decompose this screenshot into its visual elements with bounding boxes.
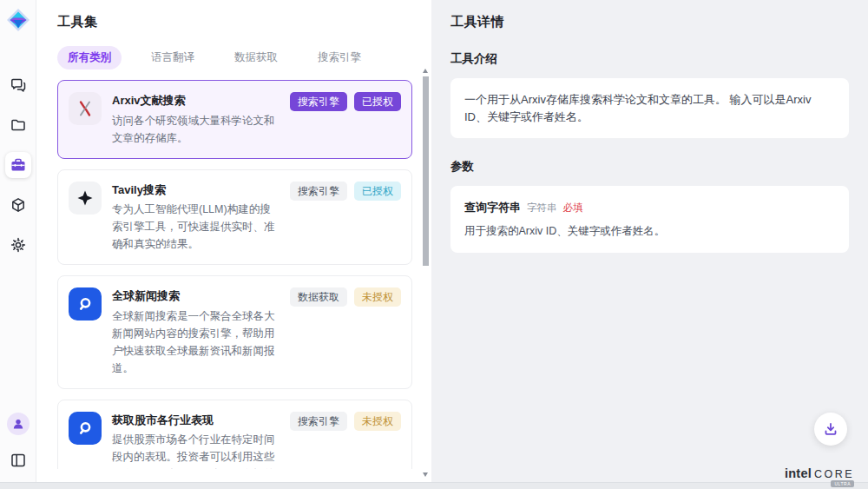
tab-data-acquisition[interactable]: 数据获取 [224, 46, 288, 69]
user-avatar[interactable] [7, 413, 30, 435]
scrollbar-up-arrow-icon[interactable] [423, 69, 428, 73]
app-window: 工具集 所有类别 语言翻译 数据获取 搜索引擎 Arxiv文献搜索 访问各个研究… [0, 0, 868, 482]
tool-description: 访问各个研究领域大量科学论文和文章的存储库。 [112, 112, 281, 147]
tool-card-list: Arxiv文献搜索 访问各个研究领域大量科学论文和文章的存储库。 搜索引擎 已授… [57, 80, 431, 469]
tool-name: 全球新闻搜索 [112, 287, 281, 305]
brand-ultra-badge: ultra [831, 480, 854, 487]
tab-search-engine[interactable]: 搜索引擎 [307, 46, 372, 69]
scrollbar-thumb[interactable] [423, 76, 429, 266]
nav-settings-gear-icon[interactable] [5, 232, 31, 258]
tab-language-translation[interactable]: 语言翻译 [141, 46, 205, 69]
detail-title: 工具详情 [450, 14, 849, 30]
auth-status-badge: 已授权 [354, 182, 401, 201]
tool-card-sector-performance[interactable]: 获取股市各行业表现 提供股票市场各个行业在特定时间段内的表现。投资者可以利用这些… [57, 400, 412, 470]
tool-name: Arxiv文献搜索 [112, 92, 281, 109]
brand-core-text: core ultra [814, 468, 854, 480]
nav-chat-icon[interactable] [5, 72, 31, 98]
window-bottom-edge [0, 482, 868, 489]
params-heading: 参数 [450, 159, 849, 175]
download-icon [823, 421, 838, 437]
list-scrollbar[interactable] [422, 71, 429, 470]
tool-list-panel: 工具集 所有类别 语言翻译 数据获取 搜索引擎 Arxiv文献搜索 访问各个研究… [36, 0, 431, 482]
auth-status-badge: 已授权 [354, 92, 401, 111]
category-badge: 搜索引擎 [290, 92, 347, 111]
tool-detail-panel: 工具详情 工具介绍 一个用于从Arxiv存储库搜索科学论文和文章的工具。 输入可… [431, 0, 868, 482]
auth-status-badge: 未授权 [354, 287, 401, 307]
nav-cube-icon[interactable] [5, 192, 31, 218]
tool-description: 提供股票市场各个行业在特定时间段内的表现。投资者可以利用这些信息来识别表现优于或… [112, 431, 281, 469]
tool-card-tavily[interactable]: Tavily搜索 专为人工智能代理(LLM)构建的搜索引擎工具，可快速提供实时、… [57, 169, 412, 266]
category-badge: 数据获取 [290, 287, 347, 307]
category-badge: 搜索引擎 [290, 182, 347, 201]
brand-intel-text: intel [785, 466, 812, 480]
param-required-label: 必填 [563, 202, 583, 213]
tool-card-arxiv[interactable]: Arxiv文献搜索 访问各个研究领域大量科学论文和文章的存储库。 搜索引擎 已授… [57, 80, 412, 159]
tool-description: 专为人工智能代理(LLM)构建的搜索引擎工具，可快速提供实时、准确和真实的结果。 [112, 201, 281, 253]
left-nav-rail [0, 0, 36, 482]
param-name: 查询字符串 [464, 201, 521, 214]
tool-name: 获取股市各行业表现 [112, 412, 281, 429]
scrollbar-down-arrow-icon[interactable] [423, 472, 428, 477]
nav-folder-icon[interactable] [5, 112, 31, 138]
collapse-panel-icon[interactable] [5, 447, 31, 473]
category-badge: 搜索引擎 [290, 412, 347, 431]
tavily-star-icon [69, 182, 102, 215]
page-title: 工具集 [57, 14, 431, 30]
tool-name: Tavily搜索 [112, 182, 281, 199]
q-search-icon [69, 412, 102, 445]
intro-heading: 工具介绍 [450, 51, 849, 67]
category-tabs: 所有类别 语言翻译 数据获取 搜索引擎 [57, 46, 431, 69]
param-description: 用于搜索的Arxiv ID、关键字或作者姓名。 [464, 223, 835, 240]
download-button[interactable] [814, 413, 847, 446]
param-type: 字符串 [527, 202, 557, 213]
tab-all-categories[interactable]: 所有类别 [57, 46, 122, 69]
arxiv-x-icon [69, 92, 102, 125]
nav-toolbox-icon[interactable] [5, 152, 31, 178]
app-logo-icon [6, 8, 30, 32]
q-search-icon [69, 287, 102, 320]
tool-description: 全球新闻搜索是一个聚合全球各大新闻网站内容的搜索引擎，帮助用户快速获取全球最新资… [112, 307, 281, 377]
intro-text: 一个用于从Arxiv存储库搜索科学论文和文章的工具。 输入可以是Arxiv ID… [464, 91, 835, 125]
intel-core-logo: intel core ultra [785, 466, 854, 480]
tool-card-global-news[interactable]: 全球新闻搜索 全球新闻搜索是一个聚合全球各大新闻网站内容的搜索引擎，帮助用户快速… [57, 275, 412, 389]
intro-card: 一个用于从Arxiv存储库搜索科学论文和文章的工具。 输入可以是Arxiv ID… [450, 78, 849, 138]
param-card: 查询字符串字符串必填 用于搜索的Arxiv ID、关键字或作者姓名。 [450, 186, 849, 253]
auth-status-badge: 未授权 [354, 412, 401, 431]
